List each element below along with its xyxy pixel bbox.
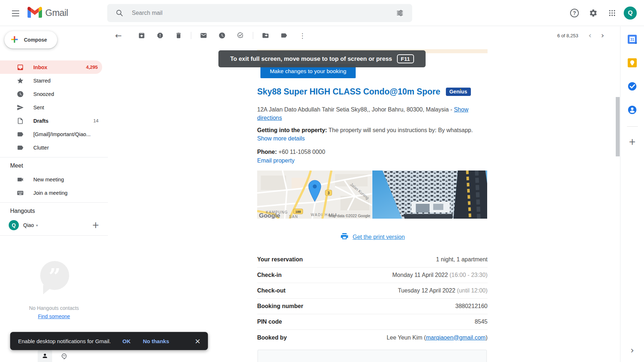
table-row: Check-out Tuesday 12 April 2022 (until 1… [257,283,488,299]
sidebar-divider [0,157,108,157]
sidebar-divider [0,235,108,236]
tasks-icon[interactable] [625,79,640,93]
sidebar-item-join-meeting[interactable]: Join a meeting [0,186,108,199]
getting-into-property: Getting into the property: The property … [257,126,488,143]
chevron-down-icon: ▾ [36,223,38,227]
fullscreen-exit-toast: To exit full screen, move mouse to top o… [218,50,426,67]
back-to-inbox-icon[interactable]: ← [115,32,122,39]
table-row: PIN code 8545 [257,314,488,330]
account-avatar[interactable]: Q [624,7,637,20]
show-more-details-link[interactable]: Show more details [257,135,305,142]
vertical-scrollbar[interactable] [616,97,620,156]
labels-icon[interactable] [280,32,288,39]
svg-text:SAN: SAN [289,215,298,219]
sidebar-item-inbox[interactable]: Inbox 4,295 [0,60,102,74]
table-row: Your reservation 1 night, 1 apartment [257,252,488,268]
table-row: Booked by Lee Yeun Kim (marqiaoen@gmail.… [257,330,488,345]
property-images: 3 188 Jalan Kuning KAMPUNG SAN WADI HANA… [257,171,488,219]
older-email-icon[interactable]: › [601,31,604,39]
sidebar-item-sent[interactable]: Sent [0,101,108,114]
sidebar-item-gmail-important[interactable]: [Gmail]/Important/Qiao... [0,127,108,141]
search-options-icon[interactable] [393,6,407,20]
main-menu-icon[interactable] [9,7,22,20]
move-to-icon[interactable] [262,32,269,39]
property-phone: Phone: +60 11-1058 0000 [257,148,488,156]
gmail-wordmark: Gmail [45,8,68,18]
search-bar [107,4,412,22]
clock-icon [17,90,24,98]
help-icon[interactable]: ? [567,6,582,20]
expand-panel-icon[interactable]: › [625,343,640,358]
label-icon [17,131,24,138]
label-icon [17,144,24,151]
notification-no-thanks-button[interactable]: No thanks [143,338,169,344]
sidebar-item-drafts[interactable]: Drafts 14 [0,114,108,127]
header-actions: ? Q [567,6,637,20]
desktop-notification-prompt: Enable desktop notifications for Gmail. … [10,332,208,350]
svg-text:3: 3 [327,191,330,195]
notification-close-icon[interactable]: × [195,337,201,345]
reservation-table: Your reservation 1 night, 1 apartment Ch… [257,252,488,345]
calendar-icon[interactable]: 31 [625,32,640,46]
google-side-panel: 31 + › [620,26,644,362]
table-row: Check-in Monday 11 April 2022 (16:00 - 2… [257,268,488,283]
more-options-icon[interactable]: ⋮ [299,32,306,39]
search-icon[interactable] [112,6,127,20]
left-sidebar: Compose Inbox 4,295 Starred Snoozed Sent… [0,26,108,362]
svg-text:31: 31 [630,37,635,41]
mark-unread-icon[interactable] [200,32,207,39]
google-logo: Google [259,212,280,219]
map-attribution: Map data ©2022 Google [329,214,370,218]
gmail-logo[interactable]: Gmail [28,7,68,19]
contacts-icon[interactable] [625,102,640,117]
newer-email-icon[interactable]: ‹ [588,31,591,39]
gmail-header: Gmail ? Q [0,0,644,26]
toolbar-separator [191,32,191,39]
mailbox-nav: Inbox 4,295 Starred Snoozed Sent Drafts … [0,60,108,154]
report-spam-icon[interactable] [156,32,164,39]
contacts-tab-icon[interactable] [38,350,52,362]
find-someone-link[interactable]: Find someone [38,313,70,319]
hangouts-avatar: Q [9,220,19,230]
hangouts-logo-icon: ” [37,260,71,296]
email-footer-box [258,350,487,362]
side-panel-divider [627,126,638,127]
gmail-m-icon [28,7,42,19]
table-row: Booking number 3880212160 [257,299,488,314]
sidebar-item-starred[interactable]: Starred [0,74,108,87]
delete-icon[interactable] [175,32,182,39]
keep-icon[interactable] [625,55,640,70]
sidebar-item-snoozed[interactable]: Snoozed [0,87,108,101]
sidebar-bottom-tabs [0,348,108,362]
new-conversation-icon[interactable]: + [92,221,99,230]
video-camera-icon [17,176,24,183]
pagination-text: 6 of 8,253 [557,33,578,38]
archive-icon[interactable] [138,32,145,39]
toolbar-pagination: 6 of 8,253 ‹ › [557,31,620,39]
sidebar-item-new-meeting[interactable]: New meeting [0,173,108,186]
hangouts-user-row[interactable]: Q Qiao ▾ + [0,218,108,232]
sidebar-item-clutter[interactable]: Clutter [0,141,108,154]
google-apps-grid-icon[interactable] [605,6,619,20]
email-toolbar: ← ⋮ 6 of 8,253 ‹ › [108,26,620,45]
hangouts-tab-icon[interactable] [59,350,70,362]
booker-email-link[interactable]: marqiaoen@gmail.com [426,334,486,341]
keyboard-icon [17,189,24,197]
svg-text:”: ” [49,264,60,289]
snooze-icon[interactable] [218,32,226,39]
add-to-tasks-icon[interactable] [237,32,244,39]
compose-button[interactable]: Compose [4,31,57,49]
settings-gear-icon[interactable] [586,6,601,20]
property-title-row: Sky88 Super HIGH CLASS Condo@10m Spore G… [257,87,471,97]
sidebar-divider [0,202,108,203]
get-print-version-link[interactable]: Get the print version [352,234,405,240]
notification-ok-button[interactable]: OK [122,338,131,344]
svg-text:188: 188 [295,210,301,214]
hangouts-empty-state: ” No Hangouts contacts Find someone [0,260,108,319]
search-input[interactable] [132,10,393,16]
property-title-link[interactable]: Sky88 Super HIGH CLASS Condo@10m Spore [257,87,440,97]
email-property-link[interactable]: Email property [257,157,294,164]
get-addons-icon[interactable]: + [625,135,640,149]
draft-icon [17,117,24,125]
property-address: 12A Jalan Dato Abdullah Tahir Setia Sky8… [257,105,488,122]
